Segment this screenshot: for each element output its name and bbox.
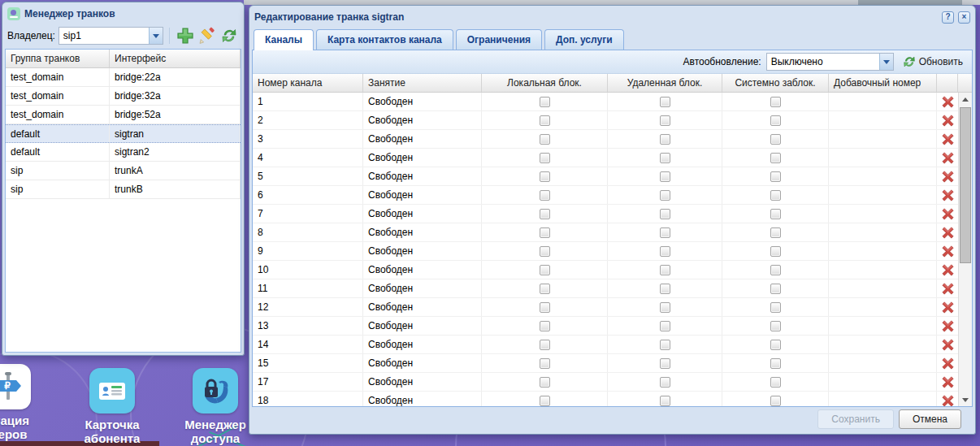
system-block-checkbox[interactable] (770, 190, 781, 201)
remote-block-checkbox[interactable] (660, 246, 670, 257)
delete-channel-button[interactable] (937, 149, 958, 167)
tab-contact-map[interactable]: Карта контактов канала (316, 29, 453, 50)
delete-channel-button[interactable] (937, 336, 958, 353)
local-block-checkbox[interactable] (540, 115, 550, 126)
refresh-channels-button[interactable]: Обновить (899, 53, 967, 71)
save-button[interactable]: Сохранить (817, 409, 894, 429)
remote-block-checkbox[interactable] (660, 171, 670, 182)
column-header-channel-number[interactable]: Номер канала (253, 74, 363, 92)
channel-row[interactable]: 2Свободен (253, 111, 958, 130)
remote-block-checkbox[interactable] (660, 115, 670, 126)
remote-block-checkbox[interactable] (660, 340, 670, 350)
delete-channel-button[interactable] (937, 93, 958, 110)
desktop-icon-numbers-app[interactable]: ₽ птация меров (0, 364, 53, 441)
channel-row[interactable]: 1Свободен (253, 93, 958, 111)
scrollbar-thumb[interactable] (960, 107, 971, 263)
system-block-checkbox[interactable] (770, 153, 781, 163)
remote-block-checkbox[interactable] (660, 97, 670, 107)
remote-block-checkbox[interactable] (660, 134, 670, 145)
local-block-checkbox[interactable] (540, 190, 550, 201)
remote-block-checkbox[interactable] (660, 377, 670, 388)
local-block-checkbox[interactable] (540, 227, 550, 238)
remote-block-checkbox[interactable] (660, 265, 670, 275)
local-block-checkbox[interactable] (540, 153, 550, 163)
close-button[interactable]: × (958, 11, 970, 24)
delete-channel-button[interactable] (937, 111, 958, 129)
trunk-row[interactable]: test_domainbridge:52a (6, 106, 241, 124)
delete-channel-button[interactable] (937, 186, 958, 204)
system-block-checkbox[interactable] (770, 134, 781, 145)
chevron-down-icon[interactable] (879, 54, 893, 70)
delete-channel-button[interactable] (937, 130, 958, 148)
column-header-interface[interactable]: Интерфейс (110, 50, 241, 67)
local-block-checkbox[interactable] (540, 358, 550, 369)
delete-channel-button[interactable] (937, 205, 958, 223)
help-button[interactable]: ? (942, 11, 954, 24)
trunk-manager-titlebar[interactable]: Менеджер транков (5, 5, 241, 23)
edit-trunk-titlebar[interactable]: Редактирование транка sigtran ? × (252, 8, 973, 26)
tab-extra-services[interactable]: Доп. услуги (544, 29, 624, 50)
edit-trunk-button[interactable] (197, 26, 216, 45)
remote-block-checkbox[interactable] (660, 358, 670, 369)
channel-row[interactable]: 8Свободен (253, 223, 958, 242)
cancel-button[interactable]: Отмена (899, 409, 961, 429)
trunk-row[interactable]: siptrunkB (6, 180, 241, 199)
channel-row[interactable]: 11Свободен (253, 279, 958, 298)
delete-channel-button[interactable] (937, 298, 958, 316)
delete-channel-button[interactable] (937, 242, 958, 260)
trunk-row[interactable]: test_domainbridge:32a (6, 87, 241, 106)
trunk-row[interactable]: siptrunkA (6, 162, 241, 180)
add-trunk-button[interactable] (176, 26, 194, 45)
column-header-group[interactable]: Группа транков (6, 50, 110, 67)
local-block-checkbox[interactable] (540, 302, 550, 313)
vertical-scrollbar[interactable] (958, 93, 972, 406)
remote-block-checkbox[interactable] (660, 321, 670, 331)
refresh-trunks-button[interactable] (220, 26, 239, 45)
trunk-row[interactable]: defaultsigtran2 (6, 143, 241, 162)
local-block-checkbox[interactable] (540, 171, 550, 182)
delete-channel-button[interactable] (937, 167, 958, 185)
remote-block-checkbox[interactable] (660, 209, 670, 219)
channel-row[interactable]: 7Свободен (253, 205, 958, 223)
remote-block-checkbox[interactable] (660, 227, 670, 238)
delete-channel-button[interactable] (937, 317, 958, 335)
system-block-checkbox[interactable] (770, 227, 781, 238)
column-header-local-block[interactable]: Локальная блок. (482, 74, 608, 92)
autorefresh-combobox[interactable]: Выключено (766, 53, 894, 71)
column-header-occupancy[interactable]: Занятие (363, 74, 482, 92)
channel-row[interactable]: 10Свободен (253, 261, 958, 279)
owner-combobox[interactable]: sip1 (59, 27, 163, 45)
channel-row[interactable]: 14Свободен (253, 336, 958, 354)
system-block-checkbox[interactable] (770, 115, 781, 126)
delete-channel-button[interactable] (937, 354, 958, 372)
local-block-checkbox[interactable] (540, 209, 550, 219)
delete-channel-button[interactable] (937, 261, 958, 279)
system-block-checkbox[interactable] (770, 302, 781, 313)
channel-row[interactable]: 13Свободен (253, 317, 958, 336)
delete-channel-button[interactable] (937, 392, 958, 406)
channel-row[interactable]: 18Свободен (253, 392, 958, 406)
desktop-icon-subscriber-card[interactable]: Карточка абонента (67, 368, 157, 445)
local-block-checkbox[interactable] (540, 97, 550, 107)
channel-row[interactable]: 15Свободен (253, 354, 958, 373)
scroll-down-arrow-icon[interactable] (959, 393, 972, 406)
system-block-checkbox[interactable] (770, 340, 781, 350)
scroll-up-arrow-icon[interactable] (959, 93, 972, 106)
local-block-checkbox[interactable] (540, 396, 550, 406)
system-block-checkbox[interactable] (770, 97, 781, 107)
remote-block-checkbox[interactable] (660, 190, 670, 201)
remote-block-checkbox[interactable] (660, 396, 670, 406)
channel-row[interactable]: 4Свободен (253, 149, 958, 167)
desktop-icon-access-manager[interactable]: Менеджер доступа (171, 368, 260, 445)
local-block-checkbox[interactable] (540, 284, 550, 294)
trunk-row[interactable]: test_domainbridge:22a (6, 68, 241, 87)
channel-row[interactable]: 9Свободен (253, 242, 958, 261)
system-block-checkbox[interactable] (770, 358, 781, 369)
system-block-checkbox[interactable] (770, 377, 781, 388)
channel-row[interactable]: 6Свободен (253, 186, 958, 205)
channel-row[interactable]: 3Свободен (253, 130, 958, 149)
system-block-checkbox[interactable] (770, 321, 781, 331)
column-header-extension[interactable]: Добавочный номер (829, 74, 937, 92)
remote-block-checkbox[interactable] (660, 302, 670, 313)
column-header-system-block[interactable]: Системно заблок. (722, 74, 829, 92)
